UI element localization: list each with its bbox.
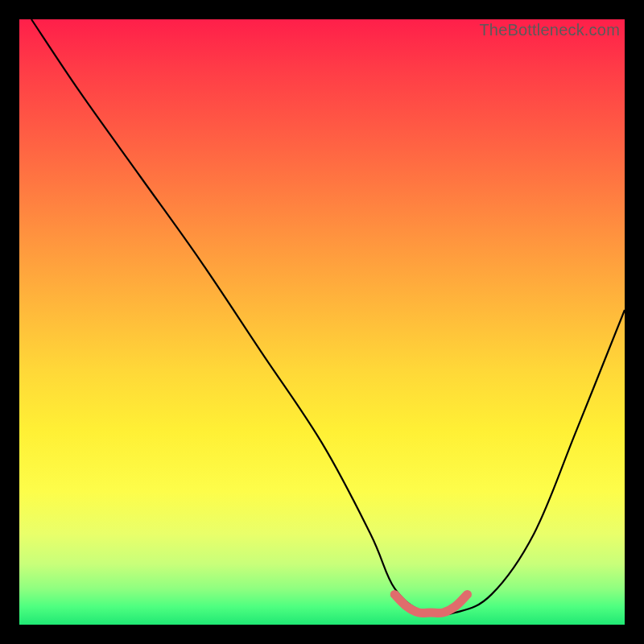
optimal-band [394, 594, 467, 613]
bottleneck-curve [31, 19, 625, 616]
watermark-text: TheBottleneck.com [479, 21, 620, 39]
curve-layer [19, 19, 625, 625]
chart-frame: TheBottleneck.com [19, 19, 625, 625]
